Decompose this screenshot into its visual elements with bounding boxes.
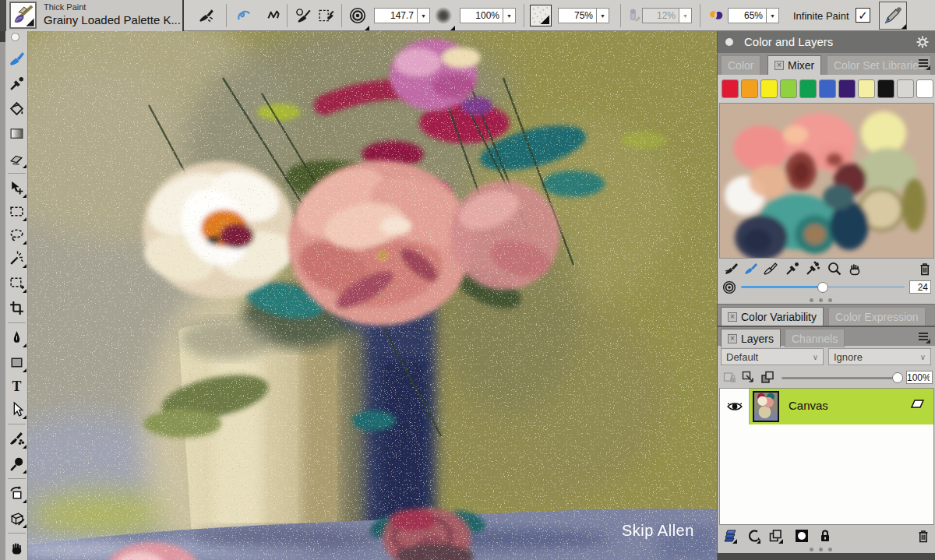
swatch-yellow[interactable] — [760, 79, 778, 98]
swatch-blue[interactable] — [819, 79, 836, 98]
sample-color-icon[interactable] — [783, 259, 802, 278]
eraser-tool[interactable] — [6, 148, 27, 169]
layer-opacity-track[interactable] — [782, 377, 898, 379]
layer-opacity-knob[interactable] — [892, 372, 903, 383]
dirty-brush-mode-icon[interactable] — [196, 5, 217, 26]
transform-selection-tool[interactable] — [6, 273, 27, 294]
clone-color-icon[interactable] — [293, 5, 313, 26]
straight-line-strokes-icon[interactable] — [263, 5, 284, 26]
magic-wand-tool[interactable] — [6, 248, 27, 269]
swatch-yellowgreen[interactable] — [780, 79, 797, 98]
opacity-flyout-triangle[interactable] — [450, 26, 455, 30]
mirror-painting-tool[interactable] — [6, 428, 27, 449]
layer-opacity-field[interactable] — [906, 371, 933, 384]
panel-grip[interactable] — [810, 548, 832, 551]
tab-color-variability[interactable]: ×Color Variability — [721, 307, 824, 326]
dirty-brush-icon[interactable] — [722, 259, 741, 278]
tab-color-expression[interactable]: Color Expression — [828, 307, 926, 326]
infinite-paint-checkbox[interactable]: ✓ — [856, 8, 870, 23]
layer-thumbnail[interactable] — [753, 391, 779, 422]
panel-grip[interactable] — [810, 298, 832, 302]
paint-inside-selection-icon[interactable] — [316, 5, 337, 26]
shape-selection-tool[interactable] — [6, 399, 27, 420]
edit-brush-button[interactable] — [879, 2, 907, 30]
mixer-pad[interactable] — [719, 103, 934, 259]
eye-icon[interactable] — [726, 400, 743, 414]
dropper-tool[interactable] — [6, 73, 27, 94]
layers-options-icon[interactable] — [917, 331, 931, 343]
swatch-red[interactable] — [722, 79, 739, 98]
grain-field[interactable] — [558, 8, 597, 23]
layer-adjuster-tool[interactable] — [6, 178, 27, 199]
swatch-lightgray[interactable] — [897, 79, 914, 98]
crop-tool[interactable] — [6, 298, 27, 319]
size-field[interactable] — [374, 8, 418, 23]
text-tool[interactable]: T — [6, 375, 27, 396]
size-dropdown[interactable]: ▼ — [418, 8, 430, 23]
new-layer-mask-icon[interactable] — [794, 528, 810, 544]
paint-bucket-tool[interactable] — [6, 98, 27, 119]
tab-mixer[interactable]: ×Mixer — [767, 55, 821, 75]
freehand-strokes-icon[interactable] — [234, 5, 254, 26]
opacity-field[interactable] — [460, 8, 503, 23]
paint-load-icon[interactable] — [706, 5, 726, 26]
gradient-tool[interactable] — [6, 123, 27, 144]
swatch-green[interactable] — [799, 79, 817, 98]
sample-multiple-colors-icon[interactable] — [803, 259, 822, 278]
panel-options-icon[interactable] — [917, 58, 931, 70]
rectangular-selection-tool[interactable] — [6, 201, 27, 222]
mixer-size-field[interactable] — [909, 280, 931, 294]
tab-layers[interactable]: ×Layers — [721, 329, 781, 347]
tab-color-set-libraries[interactable]: Color Set Libraries — [827, 55, 931, 75]
preserve-transparency-icon[interactable] — [722, 370, 738, 386]
panel-header[interactable]: Color and Layers — [718, 31, 935, 53]
mixer-size-knob[interactable] — [817, 282, 828, 293]
tab-color[interactable]: Color — [721, 55, 760, 75]
paint-load-field[interactable] — [728, 8, 767, 23]
grabber-tool[interactable] — [6, 537, 27, 558]
brush-selector[interactable]: Thick Paint Grainy Loaded Palette K... — [6, 0, 184, 31]
swatch-white[interactable] — [916, 79, 933, 98]
pen-tool[interactable] — [6, 327, 27, 348]
close-tab-icon[interactable]: × — [728, 312, 737, 322]
size-flyout-triangle[interactable] — [365, 26, 369, 30]
layer-commands-icon[interactable] — [722, 528, 738, 544]
brush-tool[interactable] — [6, 48, 27, 69]
tab-channels[interactable]: Channels — [785, 329, 845, 347]
mixer-brush-size-icon[interactable] — [722, 280, 736, 294]
mixer-zoom-icon[interactable] — [825, 259, 844, 278]
dynamic-plugins-icon[interactable] — [746, 528, 761, 544]
dodge-tool[interactable] — [6, 453, 27, 474]
layer-visibility-cell[interactable] — [720, 389, 750, 424]
grain-icon[interactable] — [530, 5, 552, 26]
lock-layer-icon[interactable] — [817, 528, 833, 544]
gear-icon[interactable] — [916, 35, 930, 49]
close-tab-icon[interactable]: × — [728, 334, 737, 343]
close-tab-icon[interactable]: × — [774, 61, 784, 70]
swatch-paleyellow[interactable] — [858, 79, 875, 98]
mix-color-icon[interactable] — [761, 259, 780, 278]
swatch-black[interactable] — [877, 79, 894, 98]
rotate-page-tool[interactable] — [6, 483, 27, 504]
delete-layer-trash-icon[interactable] — [916, 528, 931, 544]
apply-color-icon[interactable] — [742, 259, 760, 278]
opacity-dropdown[interactable]: ▼ — [503, 8, 516, 23]
brush-variant-thumbnail-icon[interactable] — [9, 2, 37, 29]
composite-depth-select[interactable]: Ignore∨ — [828, 348, 931, 365]
document-canvas[interactable]: Skip Allen — [28, 31, 717, 560]
lasso-tool[interactable] — [6, 224, 27, 245]
paint-load-dropdown[interactable]: ▼ — [767, 8, 779, 23]
new-layer-icon[interactable] — [767, 528, 783, 544]
clear-mixer-pad-trash-icon[interactable] — [916, 259, 934, 278]
size-icon[interactable] — [348, 5, 368, 26]
swatch-purple[interactable] — [838, 79, 856, 98]
perspective-guides-tool[interactable] — [6, 508, 27, 529]
composite-method-select[interactable]: Default∨ — [721, 348, 824, 365]
duplicate-layer-icon[interactable] — [760, 370, 775, 386]
grain-dropdown[interactable]: ▼ — [597, 8, 609, 23]
toolbox-drag-handle[interactable] — [11, 33, 19, 41]
mixer-size-track[interactable] — [823, 286, 905, 288]
swatch-orange[interactable] — [741, 79, 758, 98]
layer-row-canvas[interactable]: Canvas — [720, 389, 933, 424]
mixer-pan-icon[interactable] — [845, 259, 864, 278]
